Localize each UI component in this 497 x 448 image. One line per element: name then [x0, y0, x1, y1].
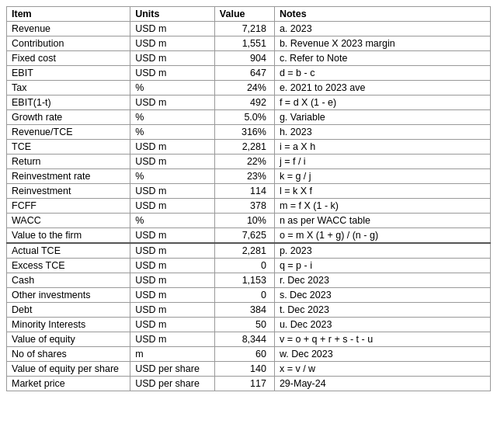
- table-row: Value of equity per shareUSD per share14…: [7, 362, 491, 377]
- cell-notes: p. 2023: [274, 243, 490, 259]
- table-row: Market priceUSD per share11729-May-24: [7, 377, 491, 391]
- cell-item: Market price: [7, 377, 130, 391]
- header-units: Units: [130, 7, 215, 22]
- cell-notes: l = k X f: [274, 184, 490, 199]
- cell-units: USD m: [130, 51, 215, 66]
- cell-value: 7,625: [214, 228, 274, 244]
- cell-units: USD m: [130, 288, 215, 303]
- cell-notes: 29-May-24: [274, 377, 490, 391]
- cell-value: 50: [214, 318, 274, 332]
- cell-item: Actual TCE: [7, 243, 130, 259]
- cell-units: USD per share: [130, 362, 215, 377]
- cell-notes: a. 2023: [274, 22, 490, 36]
- cell-notes: v = o + q + r + s - t - u: [274, 332, 490, 347]
- cell-units: USD m: [130, 318, 215, 332]
- cell-notes: x = v / w: [274, 362, 490, 377]
- cell-value: 647: [214, 66, 274, 81]
- cell-item: EBIT(1-t): [7, 96, 130, 110]
- cell-value: 2,281: [214, 140, 274, 155]
- cell-item: Reinvestment rate: [7, 169, 130, 184]
- cell-notes: c. Refer to Note: [274, 51, 490, 66]
- cell-notes: q = p - i: [274, 259, 490, 273]
- cell-item: Value of equity per share: [7, 362, 130, 377]
- cell-value: 2,281: [214, 243, 274, 259]
- cell-item: Growth rate: [7, 110, 130, 125]
- cell-units: USD m: [130, 259, 215, 273]
- cell-item: Contribution: [7, 36, 130, 51]
- cell-units: USD m: [130, 199, 215, 214]
- cell-units: USD m: [130, 36, 215, 51]
- cell-notes: e. 2021 to 2023 ave: [274, 81, 490, 96]
- table-row: Other investmentsUSD m0s. Dec 2023: [7, 288, 491, 303]
- cell-value: 0: [214, 288, 274, 303]
- cell-notes: g. Variable: [274, 110, 490, 125]
- cell-value: 384: [214, 303, 274, 318]
- cell-notes: s. Dec 2023: [274, 288, 490, 303]
- cell-notes: u. Dec 2023: [274, 318, 490, 332]
- cell-item: Other investments: [7, 288, 130, 303]
- table-row: ContributionUSD m1,551b. Revenue X 2023 …: [7, 36, 491, 51]
- cell-units: m: [130, 347, 215, 362]
- table-row: ReturnUSD m22%j = f / i: [7, 155, 491, 169]
- header-value: Value: [214, 7, 274, 22]
- cell-item: Revenue/TCE: [7, 125, 130, 140]
- cell-item: EBIT: [7, 66, 130, 81]
- cell-notes: i = a X h: [274, 140, 490, 155]
- table-row: FCFFUSD m378m = f X (1 - k): [7, 199, 491, 214]
- cell-value: 1,153: [214, 273, 274, 288]
- cell-units: USD m: [130, 228, 215, 244]
- cell-item: TCE: [7, 140, 130, 155]
- table-row: Actual TCEUSD m2,281p. 2023: [7, 243, 491, 259]
- table-row: Excess TCEUSD m0q = p - i: [7, 259, 491, 273]
- cell-notes: d = b - c: [274, 66, 490, 81]
- cell-item: Fixed cost: [7, 51, 130, 66]
- cell-units: USD m: [130, 140, 215, 155]
- cell-value: 140: [214, 362, 274, 377]
- cell-notes: n as per WACC table: [274, 214, 490, 228]
- cell-notes: w. Dec 2023: [274, 347, 490, 362]
- table-row: CashUSD m1,153r. Dec 2023: [7, 273, 491, 288]
- cell-value: 5.0%: [214, 110, 274, 125]
- cell-value: 23%: [214, 169, 274, 184]
- cell-item: Excess TCE: [7, 259, 130, 273]
- table-row: EBIT(1-t)USD m492f = d X (1 - e): [7, 96, 491, 110]
- cell-value: 60: [214, 347, 274, 362]
- table-row: Fixed costUSD m904c. Refer to Note: [7, 51, 491, 66]
- cell-notes: h. 2023: [274, 125, 490, 140]
- table-row: WACC%10%n as per WACC table: [7, 214, 491, 228]
- cell-item: Return: [7, 155, 130, 169]
- table-row: No of sharesm60w. Dec 2023: [7, 347, 491, 362]
- table-row: DebtUSD m384t. Dec 2023: [7, 303, 491, 318]
- cell-units: USD m: [130, 243, 215, 259]
- cell-units: %: [130, 125, 215, 140]
- cell-item: Value of equity: [7, 332, 130, 347]
- cell-notes: m = f X (1 - k): [274, 199, 490, 214]
- table-row: Growth rate%5.0%g. Variable: [7, 110, 491, 125]
- table-row: Value of equityUSD m8,344v = o + q + r +…: [7, 332, 491, 347]
- cell-item: Debt: [7, 303, 130, 318]
- cell-value: 24%: [214, 81, 274, 96]
- table-row: Revenue/TCE%316%h. 2023: [7, 125, 491, 140]
- cell-value: 117: [214, 377, 274, 391]
- cell-item: Value to the firm: [7, 228, 130, 244]
- cell-notes: k = g / j: [274, 169, 490, 184]
- cell-value: 10%: [214, 214, 274, 228]
- cell-notes: b. Revenue X 2023 margin: [274, 36, 490, 51]
- cell-notes: o = m X (1 + g) / (n - g): [274, 228, 490, 244]
- cell-item: WACC: [7, 214, 130, 228]
- table-row: Value to the firmUSD m7,625o = m X (1 + …: [7, 228, 491, 244]
- cell-units: USD m: [130, 184, 215, 199]
- cell-value: 378: [214, 199, 274, 214]
- table-row: RevenueUSD m7,218a. 2023: [7, 22, 491, 36]
- cell-value: 22%: [214, 155, 274, 169]
- cell-item: Revenue: [7, 22, 130, 36]
- cell-units: USD m: [130, 332, 215, 347]
- cell-value: 1,551: [214, 36, 274, 51]
- cell-units: USD m: [130, 22, 215, 36]
- table-row: ReinvestmentUSD m114l = k X f: [7, 184, 491, 199]
- table-row: Tax%24%e. 2021 to 2023 ave: [7, 81, 491, 96]
- cell-item: FCFF: [7, 199, 130, 214]
- cell-units: %: [130, 110, 215, 125]
- cell-units: USD m: [130, 303, 215, 318]
- cell-notes: j = f / i: [274, 155, 490, 169]
